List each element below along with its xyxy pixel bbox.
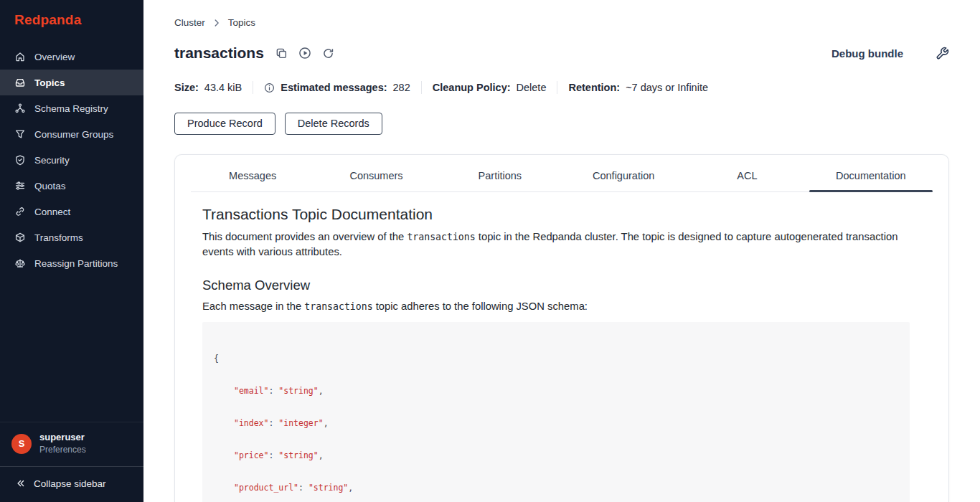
tab-consumers[interactable]: Consumers: [314, 161, 438, 191]
schema-intro: Each message in the transactions topic a…: [202, 299, 910, 314]
collapse-sidebar-button[interactable]: Collapse sidebar: [0, 466, 143, 502]
tab-bar: Messages Consumers Partitions Configurat…: [191, 161, 933, 192]
produce-record-button[interactable]: Produce Record: [174, 113, 275, 135]
scale-icon: [14, 257, 26, 269]
info-circle-icon[interactable]: [264, 82, 275, 93]
json-schema-code-block: { "email": "string", "index": "integer",…: [202, 322, 910, 502]
inline-code: transactions: [407, 232, 475, 242]
sidebar: Redpanda Overview Topics Schema Registry…: [0, 0, 143, 502]
wrench-icon[interactable]: [936, 47, 949, 60]
sidebar-item-security[interactable]: Security: [0, 147, 143, 173]
schema-heading: Schema Overview: [202, 278, 910, 293]
stat-cleanup-policy: Cleanup Policy: Delete: [433, 82, 547, 93]
refresh-icon[interactable]: [322, 47, 334, 60]
debug-bundle-link[interactable]: Debug bundle: [831, 47, 903, 60]
shield-icon: [14, 154, 26, 166]
inline-code: transactions: [304, 301, 372, 312]
cube-icon: [14, 232, 26, 243]
divider: [253, 81, 253, 94]
sidebar-item-quotas[interactable]: Quotas: [0, 173, 143, 199]
sidebar-item-consumer-groups[interactable]: Consumer Groups: [0, 121, 143, 147]
sidebar-item-reassign-partitions[interactable]: Reassign Partitions: [0, 250, 143, 276]
main-content: Cluster Topics transactions Debug bundle: [143, 0, 980, 502]
redpanda-logo: Redpanda: [0, 0, 143, 39]
topic-stats: Size: 43.4 kiB Estimated messages: 282 C…: [174, 81, 949, 94]
breadcrumb: Cluster Topics: [174, 17, 949, 28]
sliders-icon: [14, 180, 26, 191]
link-icon: [14, 206, 26, 217]
preferences-link[interactable]: Preferences: [39, 445, 86, 455]
documentation-panel: Transactions Topic Documentation This do…: [175, 192, 948, 502]
topic-card: Messages Consumers Partitions Configurat…: [174, 154, 949, 502]
breadcrumb-cluster[interactable]: Cluster: [174, 17, 205, 28]
home-icon: [14, 51, 26, 62]
sidebar-item-transforms[interactable]: Transforms: [0, 224, 143, 250]
doc-intro: This document provides an overview of th…: [202, 229, 910, 260]
chevron-right-icon: [212, 18, 222, 28]
sidebar-item-schema-registry[interactable]: Schema Registry: [0, 95, 143, 121]
page-title: transactions: [174, 44, 264, 62]
stat-size: Size: 43.4 kiB: [174, 82, 242, 93]
sidebar-item-overview[interactable]: Overview: [0, 44, 143, 70]
delete-records-button[interactable]: Delete Records: [285, 113, 382, 135]
tab-configuration[interactable]: Configuration: [562, 161, 685, 191]
tab-messages[interactable]: Messages: [191, 161, 314, 191]
divider: [557, 81, 557, 94]
schema-network-icon: [14, 103, 26, 114]
inbox-icon: [14, 77, 26, 88]
user-block: S superuser Preferences: [0, 422, 143, 466]
avatar[interactable]: S: [11, 434, 32, 454]
funnel-icon: [14, 128, 26, 140]
stat-estimated-messages: Estimated messages: 282: [264, 82, 410, 93]
title-bar: transactions Debug bundle: [174, 44, 949, 62]
stat-retention: Retention: ~7 days or Infinite: [568, 82, 708, 93]
doc-title: Transactions Topic Documentation: [202, 206, 910, 223]
copy-icon[interactable]: [275, 47, 288, 60]
topic-actions: Produce Record Delete Records: [174, 113, 949, 135]
sidebar-item-connect[interactable]: Connect: [0, 199, 143, 224]
breadcrumb-topics[interactable]: Topics: [228, 17, 255, 28]
user-name: superuser: [39, 432, 86, 443]
double-chevron-left-icon: [14, 478, 26, 489]
tab-partitions[interactable]: Partitions: [438, 161, 562, 191]
tab-documentation[interactable]: Documentation: [809, 161, 933, 191]
sidebar-item-topics[interactable]: Topics: [0, 70, 143, 95]
play-circle-icon[interactable]: [298, 47, 311, 60]
sidebar-nav: Overview Topics Schema Registry Consumer…: [0, 39, 143, 422]
tab-acl[interactable]: ACL: [685, 161, 809, 191]
divider: [421, 81, 422, 94]
